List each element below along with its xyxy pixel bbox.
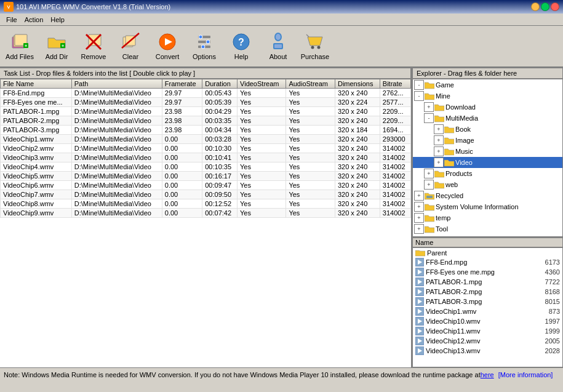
menu-action[interactable]: Action	[21, 15, 47, 24]
file-browser-item[interactable]: VideoChip12.wmv2005	[413, 336, 562, 346]
status-link[interactable]: here	[481, 371, 494, 378]
table-cell: Yes	[238, 172, 286, 181]
add-dir-label: Add Dir	[46, 53, 68, 60]
file-browser-item[interactable]: PATLABOR-2.mpg8168	[413, 287, 562, 297]
file-browser-item[interactable]: FF8-End.mpg6173	[413, 257, 562, 267]
tree-item[interactable]: + Download	[413, 102, 562, 113]
about-button[interactable]: About	[260, 28, 297, 64]
table-row[interactable]: VideoChip6.wmvD:\Mine\MultiMedia\Video0.…	[1, 181, 411, 190]
table-row[interactable]: FF8-Eyes one me...D:\Mine\MultiMedia\Vid…	[1, 98, 411, 107]
video-file-icon	[415, 317, 424, 326]
remove-label: Remove	[81, 53, 106, 60]
table-cell: Yes	[238, 89, 286, 98]
add-dir-button[interactable]: + Add Dir	[38, 28, 75, 64]
tree-item[interactable]: - Mine	[413, 90, 562, 102]
table-cell: 00:09:50	[202, 190, 238, 199]
col-videostream[interactable]: VideoStream	[238, 79, 286, 89]
file-browser-item[interactable]: VideoChip11.wmv1999	[413, 326, 562, 336]
table-cell: FF8-End.mpg	[1, 89, 72, 98]
table-row[interactable]: FF8-End.mpgD:\Mine\MultiMedia\Video29.97…	[1, 89, 411, 98]
file-size: 6173	[545, 258, 560, 266]
title-bar: V 101 AVI MPEG WMV Converter V1.8 (Trial…	[0, 0, 563, 14]
table-cell: D:\Mine\MultiMedia\Video	[71, 116, 162, 126]
tree-item-label: Mine	[436, 92, 450, 100]
col-framerate[interactable]: Framerate	[162, 79, 202, 89]
table-row[interactable]: VideoChip4.wmvD:\Mine\MultiMedia\Video0.…	[1, 162, 411, 172]
file-browser-item[interactable]: VideoChip13.wmv2028	[413, 346, 562, 356]
options-button[interactable]: Options	[186, 28, 223, 64]
tree-item[interactable]: + Book	[413, 124, 562, 135]
minimize-button[interactable]	[531, 2, 540, 11]
table-cell: 0.00	[162, 153, 202, 162]
add-files-button[interactable]: + Add Files	[1, 28, 38, 64]
tree-item[interactable]: + Tool	[413, 223, 562, 234]
close-button[interactable]	[551, 2, 559, 11]
table-cell: 320 x 240	[335, 116, 380, 126]
table-row[interactable]: VideoChip8.wmvD:\Mine\MultiMedia\Video0.…	[1, 199, 411, 209]
file-browser-item[interactable]: PATLABOR-1.mpg7722	[413, 277, 562, 287]
tree-item[interactable]: + temp	[413, 212, 562, 223]
table-row[interactable]: VideoChip7.wmvD:\Mine\MultiMedia\Video0.…	[1, 190, 411, 199]
remove-icon	[84, 32, 103, 52]
table-row[interactable]: PATLABOR-2.mpgD:\Mine\MultiMedia\Video23…	[1, 116, 411, 126]
remove-button[interactable]: Remove	[75, 28, 112, 64]
file-browser-item[interactable]: Parent	[413, 248, 562, 257]
tree-item[interactable]: + web	[413, 179, 562, 190]
table-row[interactable]: PATLABOR-1.mpgD:\Mine\MultiMedia\Video23…	[1, 107, 411, 116]
file-table-container[interactable]: File Name Path Framerate Duration VideoS…	[0, 79, 411, 367]
table-cell: 314002	[380, 162, 410, 172]
explorer-tree[interactable]: - Game - Mine + Download - MultiMedia + …	[412, 79, 563, 237]
col-filename[interactable]: File Name	[1, 79, 72, 89]
convert-button[interactable]: Convert	[149, 28, 186, 64]
status-more-info[interactable]: [More information]	[498, 371, 553, 378]
tree-item[interactable]: - MultiMedia	[413, 113, 562, 124]
file-browser-item[interactable]: FF8-Eyes one me.mpg4360	[413, 267, 562, 277]
tree-item[interactable]: + Video	[413, 157, 562, 168]
table-cell: D:\Mine\MultiMedia\Video	[71, 153, 162, 162]
menu-file[interactable]: File	[2, 15, 21, 24]
help-button[interactable]: ? Help	[223, 28, 260, 64]
menu-help[interactable]: Help	[47, 15, 68, 24]
file-browser-item[interactable]: PATLABOR-3.mpg8015	[413, 297, 562, 306]
tree-item[interactable]: + Recycled	[413, 190, 562, 201]
table-cell: 0.00	[162, 135, 202, 144]
file-size: 873	[549, 308, 560, 315]
maximize-button[interactable]	[541, 2, 549, 11]
table-cell: Yes	[238, 199, 286, 209]
file-size: 4360	[545, 268, 560, 276]
col-dimensions[interactable]: Dimensions	[335, 79, 380, 89]
tree-item[interactable]: + Products	[413, 168, 562, 179]
table-cell: Yes	[238, 135, 286, 144]
table-row[interactable]: PATLABOR-3.mpgD:\Mine\MultiMedia\Video23…	[1, 126, 411, 135]
table-row[interactable]: VideoChip2.wmvD:\Mine\MultiMedia\Video0.…	[1, 144, 411, 153]
table-row[interactable]: VideoChip5.wmvD:\Mine\MultiMedia\Video0.…	[1, 172, 411, 181]
table-cell: Yes	[238, 144, 286, 153]
file-table: File Name Path Framerate Duration VideoS…	[0, 79, 411, 218]
table-cell: Yes	[238, 107, 286, 116]
col-path[interactable]: Path	[71, 79, 162, 89]
table-cell: Yes	[238, 98, 286, 107]
table-cell: D:\Mine\MultiMedia\Video	[71, 126, 162, 135]
table-row[interactable]: VideoChip9.wmvD:\Mine\MultiMedia\Video0.…	[1, 209, 411, 218]
col-duration[interactable]: Duration	[202, 79, 238, 89]
table-cell: 320 x 240	[335, 181, 380, 190]
table-cell: 320 x 240	[335, 135, 380, 144]
table-cell: 0.00	[162, 190, 202, 199]
tree-item[interactable]: - Game	[413, 79, 562, 90]
purchase-button[interactable]: Purchase	[297, 28, 333, 64]
task-panel: Task List - Drop files & folders into th…	[0, 68, 412, 367]
tree-item[interactable]: + System Volume Information	[413, 201, 562, 212]
col-bitrate[interactable]: Bitrate	[380, 79, 410, 89]
window-controls[interactable]	[531, 2, 559, 11]
table-row[interactable]: VideoChip3.wmvD:\Mine\MultiMedia\Video0.…	[1, 153, 411, 162]
table-cell: Yes	[286, 135, 335, 144]
file-browser-item[interactable]: VideoChip1.wmv873	[413, 306, 562, 316]
clear-button[interactable]: Clear	[112, 28, 149, 64]
table-row[interactable]: VideoChip1.wmvD:\Mine\MultiMedia\Video0.…	[1, 135, 411, 144]
tree-item[interactable]: + Music	[413, 146, 562, 157]
table-cell: 320 x 184	[335, 126, 380, 135]
tree-item[interactable]: + Image	[413, 135, 562, 146]
file-browser-item[interactable]: VideoChip10.wmv1997	[413, 316, 562, 326]
file-browser-list[interactable]: ParentFF8-End.mpg6173FF8-Eyes one me.mpg…	[412, 247, 563, 367]
col-audiostream[interactable]: AudioStream	[286, 79, 335, 89]
